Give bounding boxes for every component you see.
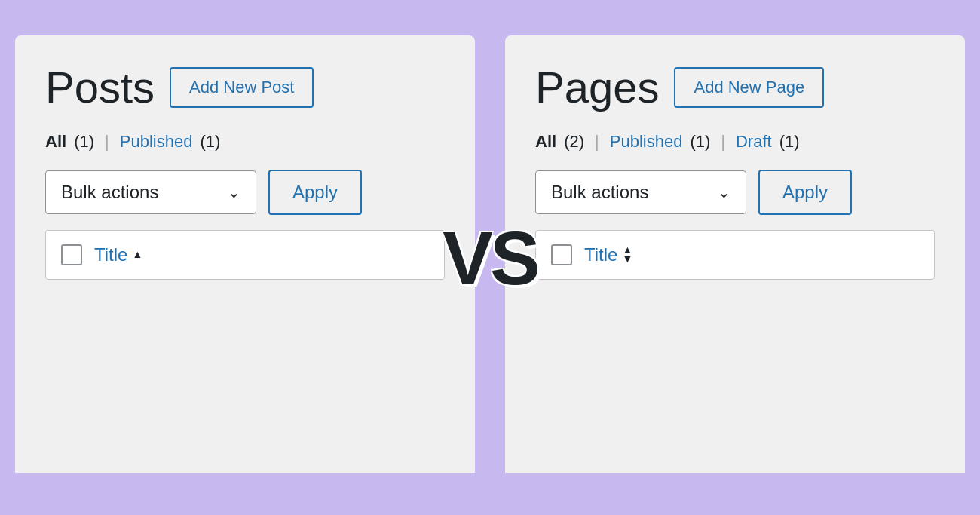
chevron-down-icon: ⌄ (718, 183, 730, 201)
pages-table-header: Title ▲ ▼ (535, 230, 935, 280)
posts-apply-button[interactable]: Apply (268, 170, 362, 215)
pages-filter-bar: All (2) | Published (1) | Draft (1) (535, 132, 935, 152)
pages-draft-link[interactable]: Draft (736, 132, 772, 152)
pages-title-column: Title ▲ ▼ (584, 244, 632, 265)
add-new-page-button[interactable]: Add New Page (674, 67, 824, 108)
main-container: Posts Add New Post All (1) | Published (… (15, 35, 965, 480)
posts-separator-1: | (105, 132, 109, 152)
posts-all-label: All (45, 132, 66, 152)
chevron-down-icon: ⌄ (228, 183, 240, 201)
posts-table-header: Title ▲ (45, 230, 445, 280)
pages-separator-2: | (721, 132, 725, 152)
pages-bulk-actions-label: Bulk actions (551, 182, 688, 203)
posts-published-count: (1) (200, 132, 220, 152)
pages-select-all-checkbox[interactable] (551, 244, 572, 265)
pages-header: Pages Add New Page (535, 66, 935, 109)
vs-label: VS (443, 220, 537, 296)
posts-actions-bar: Bulk actions ⌄ Apply (45, 170, 445, 215)
posts-select-all-checkbox[interactable] (61, 244, 82, 265)
pages-actions-bar: Bulk actions ⌄ Apply (535, 170, 935, 215)
pages-published-link[interactable]: Published (610, 132, 683, 152)
pages-bulk-actions-select[interactable]: Bulk actions ⌄ (535, 170, 746, 214)
pages-all-count: (2) (564, 132, 584, 152)
sort-arrows-icon: ▲ ▼ (622, 246, 632, 262)
posts-panel: Posts Add New Post All (1) | Published (… (15, 35, 475, 473)
posts-bulk-actions-select[interactable]: Bulk actions ⌄ (45, 170, 256, 214)
sort-arrows-icon: ▲ (132, 250, 142, 259)
posts-published-link[interactable]: Published (120, 132, 193, 152)
pages-table: Title ▲ ▼ (535, 230, 935, 280)
posts-filter-bar: All (1) | Published (1) (45, 132, 445, 152)
add-new-post-button[interactable]: Add New Post (170, 67, 314, 108)
posts-header: Posts Add New Post (45, 66, 445, 109)
pages-apply-button[interactable]: Apply (758, 170, 852, 215)
pages-panel: Pages Add New Page All (2) | Published (… (505, 35, 965, 473)
pages-title: Pages (535, 66, 659, 109)
posts-table: Title ▲ (45, 230, 445, 280)
posts-all-count: (1) (74, 132, 94, 152)
pages-draft-count: (1) (779, 132, 800, 152)
posts-title: Posts (45, 66, 155, 109)
posts-title-column: Title ▲ (94, 244, 142, 265)
posts-bulk-actions-label: Bulk actions (61, 182, 198, 203)
pages-all-label: All (535, 132, 556, 152)
pages-published-count: (1) (690, 132, 710, 152)
pages-separator-1: | (595, 132, 599, 152)
